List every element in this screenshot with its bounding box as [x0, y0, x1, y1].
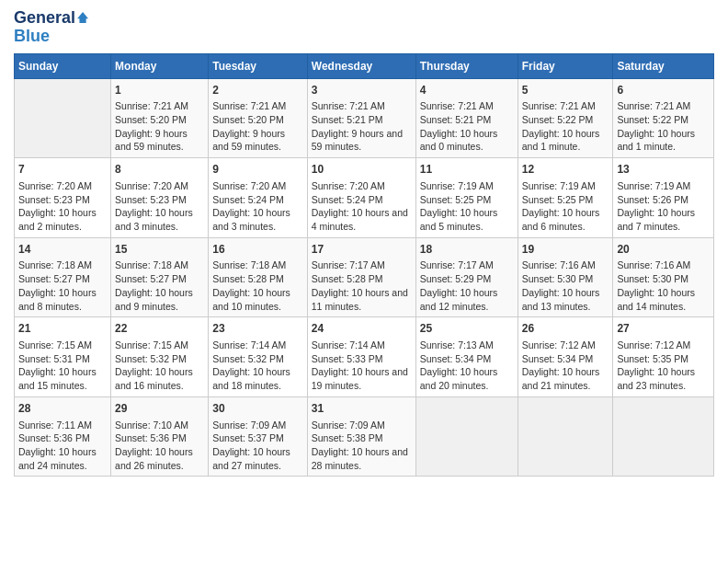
calendar-cell: 19Sunrise: 7:16 AMSunset: 5:30 PMDayligh…	[518, 237, 613, 317]
daylight: Daylight: 10 hours and 12 minutes.	[420, 287, 498, 312]
logo-icon	[77, 12, 88, 23]
day-number: 8	[115, 162, 204, 178]
sunrise: Sunrise: 7:14 AM	[312, 339, 385, 350]
daylight: Daylight: 10 hours and 14 minutes.	[617, 287, 695, 312]
sunset: Sunset: 5:32 PM	[212, 353, 284, 364]
day-number: 30	[212, 401, 303, 417]
daylight: Daylight: 10 hours and 26 minutes.	[115, 446, 193, 471]
calendar-cell: 12Sunrise: 7:19 AMSunset: 5:25 PMDayligh…	[518, 158, 613, 238]
sunset: Sunset: 5:32 PM	[115, 353, 187, 364]
daylight: Daylight: 10 hours and 28 minutes.	[312, 446, 408, 471]
header-day-wednesday: Wednesday	[307, 53, 415, 78]
week-row-5: 28Sunrise: 7:11 AMSunset: 5:36 PMDayligh…	[15, 396, 714, 477]
calendar-cell: 18Sunrise: 7:17 AMSunset: 5:29 PMDayligh…	[415, 237, 518, 317]
calendar-cell: 31Sunrise: 7:09 AMSunset: 5:38 PMDayligh…	[307, 396, 415, 477]
calendar-cell	[613, 396, 714, 477]
day-number: 6	[617, 83, 710, 98]
sunset: Sunset: 5:38 PM	[312, 432, 383, 443]
day-number: 28	[18, 401, 107, 417]
sunset: Sunset: 5:25 PM	[522, 194, 594, 205]
sunset: Sunset: 5:37 PM	[212, 432, 284, 443]
daylight: Daylight: 10 hours and 11 minutes.	[312, 287, 408, 312]
sunrise: Sunrise: 7:15 AM	[18, 339, 92, 350]
calendar-cell: 2Sunrise: 7:21 AMSunset: 5:20 PMDaylight…	[209, 78, 308, 158]
page-header: General Blue	[14, 9, 714, 46]
day-number: 20	[617, 242, 710, 258]
sunrise: Sunrise: 7:19 AM	[617, 180, 690, 191]
daylight: Daylight: 10 hours and 5 minutes.	[420, 207, 498, 232]
sunrise: Sunrise: 7:20 AM	[18, 180, 92, 191]
day-number: 4	[420, 83, 514, 98]
sunrise: Sunrise: 7:18 AM	[115, 259, 188, 270]
daylight: Daylight: 10 hours and 7 minutes.	[617, 207, 695, 232]
sunrise: Sunrise: 7:18 AM	[18, 259, 92, 270]
daylight: Daylight: 10 hours and 10 minutes.	[212, 287, 290, 312]
daylight: Daylight: 10 hours and 15 minutes.	[18, 366, 97, 391]
sunset: Sunset: 5:21 PM	[312, 114, 383, 125]
sunrise: Sunrise: 7:12 AM	[522, 339, 596, 350]
week-row-4: 21Sunrise: 7:15 AMSunset: 5:31 PMDayligh…	[15, 317, 714, 397]
sunset: Sunset: 5:28 PM	[212, 273, 284, 284]
sunrise: Sunrise: 7:21 AM	[312, 100, 385, 111]
calendar-table: SundayMondayTuesdayWednesdayThursdayFrid…	[14, 53, 714, 477]
week-row-2: 7Sunrise: 7:20 AMSunset: 5:23 PMDaylight…	[15, 158, 714, 238]
calendar-cell: 8Sunrise: 7:20 AMSunset: 5:23 PMDaylight…	[111, 158, 209, 238]
day-number: 31	[312, 401, 412, 417]
calendar-cell: 23Sunrise: 7:14 AMSunset: 5:32 PMDayligh…	[209, 317, 308, 397]
sunset: Sunset: 5:30 PM	[617, 273, 688, 284]
daylight: Daylight: 10 hours and 18 minutes.	[212, 366, 290, 391]
calendar-cell: 9Sunrise: 7:20 AMSunset: 5:24 PMDaylight…	[209, 158, 308, 238]
calendar-cell: 30Sunrise: 7:09 AMSunset: 5:37 PMDayligh…	[209, 396, 308, 477]
day-number: 1	[115, 83, 204, 98]
sunset: Sunset: 5:35 PM	[617, 353, 688, 364]
sunset: Sunset: 5:27 PM	[18, 273, 90, 284]
sunrise: Sunrise: 7:21 AM	[522, 100, 596, 111]
sunset: Sunset: 5:36 PM	[18, 432, 90, 443]
sunset: Sunset: 5:30 PM	[522, 273, 594, 284]
sunset: Sunset: 5:26 PM	[617, 194, 688, 205]
calendar-cell: 10Sunrise: 7:20 AMSunset: 5:24 PMDayligh…	[307, 158, 415, 238]
daylight: Daylight: 10 hours and 3 minutes.	[115, 207, 193, 232]
daylight: Daylight: 10 hours and 6 minutes.	[522, 207, 600, 232]
header-day-monday: Monday	[111, 53, 209, 78]
day-number: 12	[522, 162, 609, 178]
day-number: 25	[420, 321, 514, 337]
sunset: Sunset: 5:22 PM	[617, 114, 688, 125]
daylight: Daylight: 10 hours and 1 minute.	[617, 128, 695, 153]
calendar-cell: 7Sunrise: 7:20 AMSunset: 5:23 PMDaylight…	[15, 158, 111, 238]
sunrise: Sunrise: 7:10 AM	[115, 419, 188, 431]
sunset: Sunset: 5:36 PM	[115, 432, 187, 443]
sunrise: Sunrise: 7:09 AM	[312, 419, 385, 431]
calendar-cell: 27Sunrise: 7:12 AMSunset: 5:35 PMDayligh…	[613, 317, 714, 397]
day-number: 2	[212, 83, 303, 98]
daylight: Daylight: 10 hours and 19 minutes.	[312, 366, 408, 391]
day-number: 19	[522, 242, 609, 258]
daylight: Daylight: 10 hours and 21 minutes.	[522, 366, 600, 391]
day-number: 3	[312, 83, 412, 98]
day-number: 15	[115, 242, 204, 258]
sunrise: Sunrise: 7:18 AM	[212, 259, 286, 270]
calendar-cell: 3Sunrise: 7:21 AMSunset: 5:21 PMDaylight…	[307, 78, 415, 158]
calendar-cell: 17Sunrise: 7:17 AMSunset: 5:28 PMDayligh…	[307, 237, 415, 317]
sunrise: Sunrise: 7:21 AM	[115, 100, 188, 111]
day-number: 7	[18, 162, 107, 178]
daylight: Daylight: 10 hours and 23 minutes.	[617, 366, 695, 391]
calendar-cell	[415, 396, 518, 477]
day-number: 26	[522, 321, 609, 337]
calendar-cell: 11Sunrise: 7:19 AMSunset: 5:25 PMDayligh…	[415, 158, 518, 238]
calendar-cell: 4Sunrise: 7:21 AMSunset: 5:21 PMDaylight…	[415, 78, 518, 158]
sunset: Sunset: 5:25 PM	[420, 194, 492, 205]
calendar-cell: 20Sunrise: 7:16 AMSunset: 5:30 PMDayligh…	[613, 237, 714, 317]
daylight: Daylight: 10 hours and 24 minutes.	[18, 446, 97, 471]
sunset: Sunset: 5:23 PM	[18, 194, 90, 205]
header-day-thursday: Thursday	[415, 53, 518, 78]
day-number: 18	[420, 242, 514, 258]
sunrise: Sunrise: 7:21 AM	[212, 100, 286, 111]
calendar-cell: 24Sunrise: 7:14 AMSunset: 5:33 PMDayligh…	[307, 317, 415, 397]
sunrise: Sunrise: 7:20 AM	[115, 180, 188, 191]
logo-general: General	[14, 9, 88, 28]
daylight: Daylight: 10 hours and 8 minutes.	[18, 287, 97, 312]
day-number: 16	[212, 242, 303, 258]
daylight: Daylight: 10 hours and 13 minutes.	[522, 287, 600, 312]
calendar-cell: 29Sunrise: 7:10 AMSunset: 5:36 PMDayligh…	[111, 396, 209, 477]
